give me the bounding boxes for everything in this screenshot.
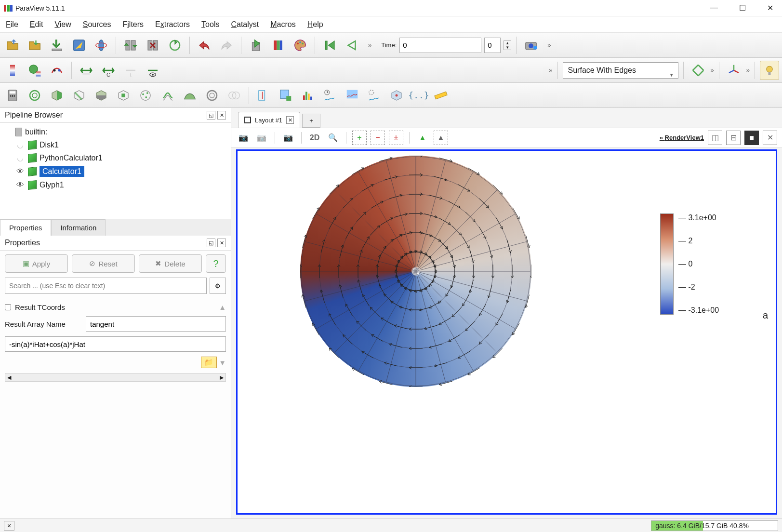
select-surface-icon[interactable]: ▲ [415, 131, 430, 145]
rescale-visible-icon[interactable] [143, 61, 162, 80]
menu-file[interactable]: File [6, 20, 18, 29]
python-icon[interactable]: {..} [409, 86, 428, 105]
split-h-icon[interactable]: ◫ [708, 131, 722, 145]
extract-icon[interactable] [114, 86, 133, 105]
close-view-icon[interactable]: ✕ [763, 131, 777, 145]
color-by-icon[interactable] [25, 61, 44, 80]
histogram-icon[interactable] [298, 86, 318, 105]
rescale-temporal-icon[interactable]: t [121, 61, 140, 80]
stream-icon[interactable] [158, 86, 177, 105]
server-connect-icon[interactable] [121, 36, 140, 55]
render-view[interactable]: 3.1e+00 2 0 -2 -3.1e+00 a [236, 149, 777, 515]
contour-icon[interactable] [25, 86, 44, 105]
representation-combo[interactable]: Surface With Edges [563, 62, 678, 79]
tab-properties[interactable]: Properties [0, 219, 51, 236]
connect-icon[interactable] [69, 36, 89, 55]
delete-button[interactable]: ✖Delete [139, 254, 202, 273]
apply-button[interactable]: ▣Apply [5, 254, 68, 273]
time-down-icon[interactable]: ▼ [504, 45, 511, 50]
camera-undo-icon[interactable]: 📷 [236, 131, 251, 145]
pipeline-item-glyph1[interactable]: 👁 Glyph1 [2, 179, 229, 191]
undo-icon[interactable] [195, 36, 214, 55]
adjust-camera-icon[interactable]: 📷 [281, 131, 295, 145]
plot-data-icon[interactable] [343, 86, 362, 105]
plot-selection-icon[interactable] [276, 86, 295, 105]
warp-icon[interactable] [180, 86, 199, 105]
reset-button[interactable]: ⊘Reset [72, 254, 135, 273]
probe-icon[interactable] [254, 86, 273, 105]
pipeline-tree[interactable]: builtin: ◡ Disk1 ◡ PythonCalculator1 👁 C… [0, 123, 231, 219]
axes-icon[interactable] [724, 61, 743, 80]
pipeline-item-pythoncalc[interactable]: ◡ PythonCalculator1 [2, 151, 229, 164]
visibility-on-icon[interactable]: 👁 [15, 181, 25, 189]
close-layout-icon[interactable]: ✕ [286, 116, 294, 124]
minimize-button[interactable]: — [705, 1, 723, 14]
slice-icon[interactable] [69, 86, 89, 105]
layout-tab[interactable]: Layout #1 ✕ [238, 112, 300, 128]
pipeline-item-calculator1[interactable]: 👁 Calculator1 [2, 164, 229, 179]
maximize-button[interactable]: ☐ [734, 1, 751, 14]
menu-edit[interactable]: Edit [30, 20, 43, 29]
plot-global-icon[interactable] [365, 86, 384, 105]
screenshot-icon[interactable] [521, 36, 541, 55]
clip-icon[interactable] [47, 86, 66, 105]
ruler-icon[interactable] [431, 86, 451, 105]
tab-information[interactable]: Information [51, 219, 106, 236]
disconnect-icon[interactable] [92, 36, 111, 55]
more4-icon[interactable]: » [711, 66, 714, 74]
maximize-view-icon[interactable]: ■ [744, 131, 759, 145]
plot-over-time-icon[interactable] [320, 86, 340, 105]
reload-icon[interactable] [165, 36, 185, 55]
server-disconnect-icon[interactable] [143, 36, 162, 55]
folder-shortcut-icon[interactable]: 📁 [201, 357, 217, 368]
more3-icon[interactable]: » [549, 66, 552, 74]
2d-toggle[interactable]: 2D [307, 131, 322, 145]
select-add-icon[interactable]: + [352, 131, 367, 145]
dock-icon[interactable]: ◱ [207, 239, 215, 247]
pipeline-item-disk1[interactable]: ◡ Disk1 [2, 138, 229, 151]
menu-tools[interactable]: Tools [201, 20, 219, 29]
group-icon[interactable] [202, 86, 222, 105]
expression-input[interactable] [5, 336, 226, 352]
menu-filters[interactable]: Filters [122, 20, 144, 29]
add-layout-button[interactable]: + [302, 114, 320, 128]
menu-view[interactable]: View [54, 20, 71, 29]
redo-icon[interactable] [217, 36, 236, 55]
more5-icon[interactable]: » [746, 66, 750, 74]
properties-search-input[interactable] [5, 278, 207, 294]
time-index-input[interactable] [484, 38, 501, 53]
volume-icon[interactable] [387, 86, 406, 105]
glyph-icon[interactable] [136, 86, 155, 105]
advanced-toggle-icon[interactable]: ⚙ [210, 278, 226, 294]
auto-apply-icon[interactable] [246, 36, 265, 55]
select-through-icon[interactable]: ▲ [434, 131, 448, 145]
menu-extractors[interactable]: Extractors [155, 20, 190, 29]
menu-help[interactable]: Help [307, 20, 323, 29]
edit-colormap-icon[interactable] [47, 61, 66, 80]
rescale-custom-icon[interactable]: C [99, 61, 118, 80]
extract-selection-icon[interactable] [225, 86, 244, 105]
menu-macros[interactable]: Macros [270, 20, 295, 29]
pipeline-server[interactable]: builtin: [2, 126, 229, 138]
download-icon[interactable] [47, 36, 66, 55]
time-up-icon[interactable]: ▲ [504, 41, 511, 45]
prev-frame-icon[interactable] [342, 36, 361, 55]
camera-redo-icon[interactable]: 📷 [254, 131, 269, 145]
menu-sources[interactable]: Sources [83, 20, 111, 29]
more-icon[interactable]: » [368, 41, 371, 49]
more2-icon[interactable]: » [547, 41, 551, 49]
result-tcoords-checkbox[interactable] [5, 304, 11, 310]
split-v-icon[interactable]: ⊟ [726, 131, 741, 145]
open-file-icon[interactable] [3, 36, 22, 55]
visibility-off-icon[interactable]: ◡ [15, 153, 25, 162]
help-button[interactable]: ? [206, 254, 226, 273]
scalar-bar-icon[interactable] [3, 61, 22, 80]
color-map-icon[interactable] [268, 36, 288, 55]
render-view-label[interactable]: » RenderView1 [660, 134, 704, 141]
result-array-input[interactable] [86, 316, 226, 332]
menu-catalyst[interactable]: Catalyst [231, 20, 259, 29]
select-remove-icon[interactable]: − [371, 131, 385, 145]
close-panel-icon[interactable]: ✕ [217, 111, 226, 120]
rescale-range-icon[interactable] [77, 61, 96, 80]
color-legend[interactable]: 3.1e+00 2 0 -2 -3.1e+00 a [660, 213, 766, 315]
